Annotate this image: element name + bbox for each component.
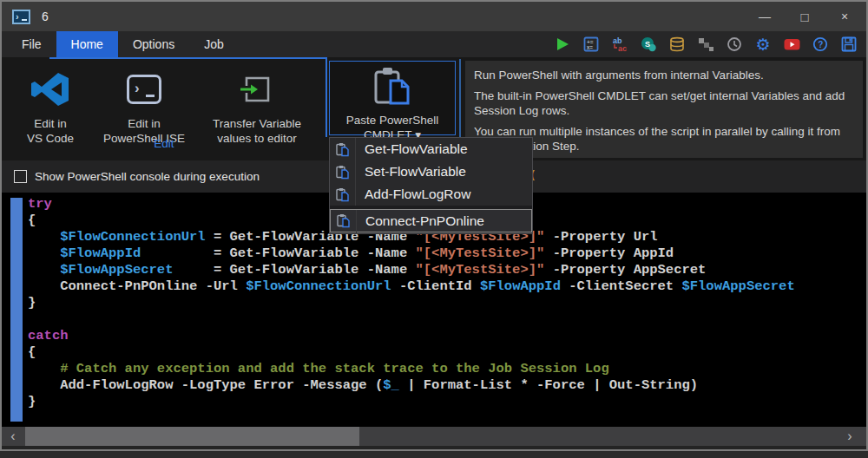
close-button[interactable]: ×: [825, 2, 865, 31]
horizontal-scrollbar[interactable]: ‹ ›: [2, 427, 866, 446]
description-line: The built-in PowerShell CMDLET can set/g…: [474, 88, 854, 118]
paste-cmdlet-icon: [330, 138, 356, 160]
scrollbar-thumb[interactable]: [25, 427, 359, 446]
edit-in-powershell-ise-button[interactable]: › Edit in PowerShell ISE: [92, 61, 196, 146]
paste-cmdlet-icon: [372, 66, 412, 111]
dropdown-item-add-flowlogrow[interactable]: Add-FlowLogRow: [330, 183, 532, 206]
run-icon[interactable]: [554, 36, 571, 53]
quick-toolbar: += x= ab ac S: [554, 31, 858, 57]
clock-icon[interactable]: [726, 36, 743, 53]
minimize-button[interactable]: —: [745, 2, 785, 31]
edit-group: Edit in VS Code › Edit in PowerShell ISE: [9, 61, 318, 146]
window-title: 6: [42, 10, 49, 23]
help-icon[interactable]: ?: [812, 36, 829, 53]
steps-icon[interactable]: [697, 36, 714, 53]
editor-margin-bar: [10, 198, 23, 422]
dropdown-item-connect-pnponline[interactable]: Connect-PnPOnline: [330, 209, 532, 232]
show-console-checkbox[interactable]: [14, 170, 27, 183]
dropdown-item-get-flowvariable[interactable]: Get-FlowVariable: [330, 138, 532, 160]
menu-job[interactable]: Job: [189, 31, 239, 57]
window-bottom-strip: [2, 446, 866, 449]
menu-options[interactable]: Options: [118, 31, 189, 57]
transfer-icon: [240, 68, 274, 111]
caption-buttons: — □ ×: [745, 2, 865, 31]
settings-gear-icon[interactable]: ⚙: [754, 36, 772, 53]
sharepoint-icon[interactable]: S: [640, 36, 657, 53]
paste-cmdlet-dropdown: Get-FlowVariable Set-FlowVariable Add-Fl…: [329, 137, 533, 234]
scroll-left-icon[interactable]: ‹: [2, 427, 24, 446]
vscode-icon: [30, 68, 70, 111]
active-tab-underline: [49, 57, 327, 59]
youtube-icon[interactable]: [783, 36, 800, 53]
menu-bar: File Home Options Job += x= ab ac S: [2, 31, 866, 57]
group-separator-left: [326, 57, 327, 137]
transfer-variable-values-button[interactable]: Transfer Variable values to editor: [196, 61, 318, 146]
ribbon-group-label: Edit: [9, 137, 319, 150]
powershell-ise-icon: ›: [127, 68, 161, 111]
app-window: › 6 — □ × File Home Options Job += x= a: [0, 0, 868, 451]
save-icon[interactable]: [840, 36, 858, 53]
description-line: Run PowerShell with arguments from inter…: [474, 68, 854, 82]
database-icon[interactable]: [668, 36, 686, 53]
paste-cmdlet-icon: [330, 160, 356, 183]
replace-icon[interactable]: ab ac: [611, 36, 628, 53]
edit-in-vscode-button[interactable]: Edit in VS Code: [9, 61, 92, 146]
menu-file[interactable]: File: [7, 31, 56, 57]
calculator-icon[interactable]: += x=: [582, 36, 600, 53]
powershell-icon: ›: [12, 10, 30, 24]
menu-home[interactable]: Home: [56, 31, 118, 57]
paste-cmdlet-icon: [331, 210, 357, 232]
svg-text:?: ?: [818, 40, 823, 49]
title-bar: › 6 — □ ×: [2, 2, 866, 31]
show-console-label: Show PowerShell console during execution: [35, 170, 260, 183]
svg-text:S: S: [645, 40, 650, 49]
svg-text:x=: x=: [587, 44, 593, 50]
dropdown-item-set-flowvariable[interactable]: Set-FlowVariable: [330, 160, 532, 183]
maximize-button[interactable]: □: [785, 2, 825, 31]
paste-powershell-cmdlet-button[interactable]: Paste PowerShell CMDLET ▾: [329, 61, 456, 135]
paste-cmdlet-icon: [330, 183, 356, 206]
scroll-right-icon[interactable]: ›: [838, 427, 861, 446]
svg-text:ac: ac: [618, 44, 627, 52]
